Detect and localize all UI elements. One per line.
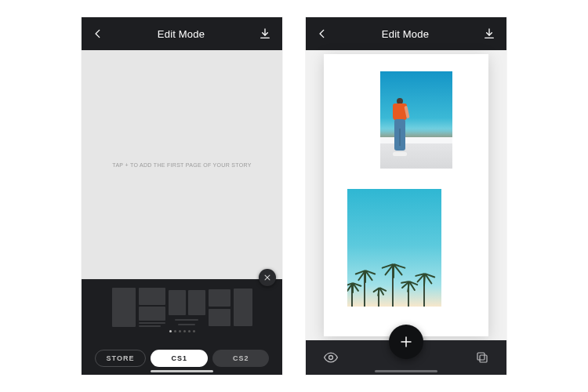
template-option[interactable] [139, 286, 165, 328]
header: Edit Mode [82, 17, 282, 50]
story-page[interactable] [324, 54, 488, 336]
close-icon[interactable] [259, 269, 276, 286]
header: Edit Mode [306, 17, 506, 50]
svg-rect-1 [480, 355, 487, 362]
template-option[interactable] [234, 286, 252, 328]
story-canvas-area [306, 50, 506, 340]
store-button[interactable]: STORE [95, 350, 147, 367]
add-page-button[interactable] [389, 325, 423, 359]
template-tray [82, 279, 282, 342]
download-icon[interactable] [259, 27, 271, 40]
template-option[interactable] [209, 286, 230, 328]
home-indicator [151, 370, 213, 372]
template-option[interactable] [112, 286, 136, 328]
empty-canvas[interactable]: TAP + TO ADD THE FIRST PAGE OF YOUR STOR… [82, 50, 282, 279]
screen-left: Edit Mode TAP + TO ADD THE FIRST PAGE OF… [82, 17, 282, 375]
eye-icon[interactable] [323, 350, 339, 365]
photo-slot-upper[interactable] [380, 71, 452, 169]
copy-icon[interactable] [475, 350, 489, 365]
screen-right: Edit Mode [306, 17, 506, 375]
page-title: Edit Mode [382, 28, 429, 40]
empty-hint: TAP + TO ADD THE FIRST PAGE OF YOUR STOR… [112, 162, 251, 168]
svg-point-0 [329, 356, 333, 360]
bottom-tabs: STORE CS1 CS2 [82, 342, 282, 375]
page-title: Edit Mode [158, 28, 205, 40]
tab-cs2[interactable]: CS2 [212, 350, 270, 367]
download-icon[interactable] [483, 27, 495, 40]
svg-rect-2 [477, 353, 485, 360]
back-icon[interactable] [317, 28, 328, 39]
home-indicator [375, 370, 437, 372]
template-option[interactable] [169, 286, 205, 328]
page-dots [82, 328, 282, 332]
tab-cs1[interactable]: CS1 [151, 350, 208, 367]
photo-slot-lower[interactable] [347, 189, 441, 307]
back-icon[interactable] [93, 28, 103, 39]
bottom-toolbar [306, 340, 506, 375]
